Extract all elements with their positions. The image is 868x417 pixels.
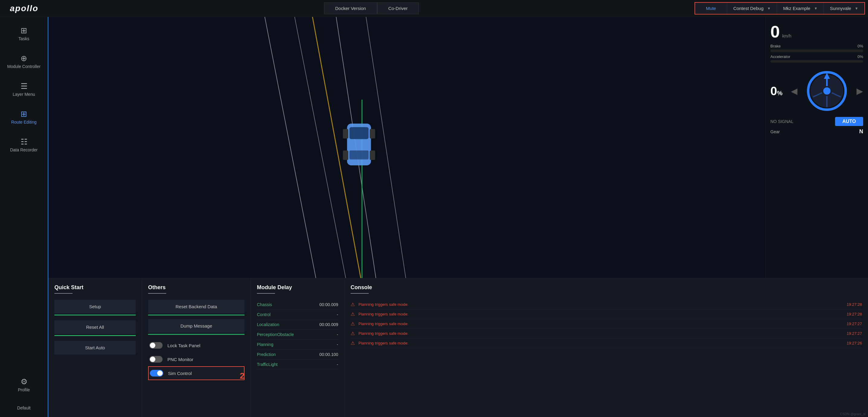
others-panel: Others Reset Backend Data Dump Message L…	[142, 278, 251, 417]
accel-bar	[770, 60, 863, 63]
auto-badge: AUTO	[835, 117, 863, 126]
label-2: 2	[240, 371, 245, 381]
module-delay-list: Chassis00:00.009Control-Localization00:0…	[257, 300, 338, 370]
docker-version-button[interactable]: Docker Version	[324, 2, 377, 14]
contest-debug-dropdown[interactable]: Contest Debug ▼	[727, 3, 777, 14]
no-signal: NO SIGNAL	[770, 119, 793, 124]
module-delay-panel: Module Delay Chassis00:00.009Control-Loc…	[251, 278, 345, 417]
map-area[interactable]: 1	[49, 17, 765, 278]
reset-all-button[interactable]: Reset All	[54, 320, 136, 334]
console-messages-list: ⚠ Planning triggers safe mode: 19:27:28 …	[350, 300, 862, 348]
toggle-knob	[150, 343, 155, 348]
main-layout: ⊞ Tasks ⊕ Module Controller ☰ Layer Menu…	[0, 17, 868, 417]
speed-value: 0	[770, 22, 780, 41]
console-row: ⚠ Planning triggers safe mode: 19:27:27	[350, 319, 862, 329]
sunnyvale-dropdown[interactable]: Sunnyvale ▼	[824, 3, 864, 14]
sim-control-toggle[interactable]	[150, 370, 163, 377]
gear-label: Gear	[770, 129, 780, 134]
top-dropdown-group: Mute Contest Debug ▼ Mkz Example ▼ Sunny…	[694, 2, 865, 14]
profile-icon: ⚙	[21, 378, 28, 386]
logo-text: apollo	[10, 4, 38, 13]
right-panel: 0 km/h Brake 0% Accelerator 0%	[765, 17, 868, 278]
accel-bar-row	[770, 60, 863, 63]
svg-rect-0	[49, 17, 765, 278]
console-row: ⚠ Planning triggers safe mode: 19:27:26	[350, 339, 862, 348]
sidebar-item-layer-menu[interactable]: ☰ Layer Menu	[0, 75, 48, 103]
speed-unit: km/h	[782, 34, 791, 38]
chevron-down-icon: ▼	[814, 6, 817, 10]
setup-bar	[54, 315, 136, 316]
content-area: 1	[49, 17, 868, 417]
mkz-example-dropdown[interactable]: Mkz Example ▼	[777, 3, 824, 14]
module-delay-divider	[257, 293, 275, 294]
sidebar-item-data-recorder[interactable]: ☷ Data Recorder	[0, 131, 48, 159]
sidebar-item-module-controller[interactable]: ⊕ Module Controller	[0, 48, 48, 75]
route-editing-icon: ⊞	[21, 110, 27, 118]
delay-row: PerceptionObstacle-	[257, 330, 338, 340]
console-title: Console	[350, 284, 862, 291]
lock-task-panel-row: Lock Task Panel	[148, 339, 245, 352]
steering-right-icon[interactable]: ▶	[857, 86, 863, 96]
delay-row: Localization00:00.009	[257, 320, 338, 330]
toggle-knob-sim	[157, 371, 163, 376]
svg-rect-10	[343, 129, 348, 139]
map-row: 1	[49, 17, 868, 278]
chevron-down-icon: ▼	[855, 6, 858, 10]
sim-control-row: Sim Control	[148, 366, 245, 380]
others-divider	[148, 293, 166, 294]
delay-row: Prediction00:00.100	[257, 350, 338, 360]
svg-point-21	[823, 87, 831, 95]
setup-button[interactable]: Setup	[54, 300, 136, 313]
console-row: ⚠ Planning triggers safe mode: 19:27:28	[350, 300, 862, 310]
warning-icon: ⚠	[350, 311, 355, 317]
steering-wheel	[806, 70, 848, 112]
co-driver-button[interactable]: Co-Driver	[377, 2, 419, 14]
quick-start-panel: Quick Start Setup Reset All Start Auto	[49, 278, 142, 417]
sidebar-item-profile[interactable]: ⚙ Profile	[0, 371, 48, 399]
quick-start-title: Quick Start	[54, 284, 136, 291]
svg-rect-11	[370, 129, 375, 139]
others-title: Others	[148, 284, 245, 291]
chevron-down-icon: ▼	[767, 6, 771, 10]
brake-bar-row	[770, 50, 863, 52]
quick-start-divider	[54, 293, 72, 294]
dump-message-button[interactable]: Dump Message	[148, 319, 245, 333]
layer-menu-icon: ☰	[21, 82, 28, 90]
pnc-monitor-toggle[interactable]	[149, 356, 163, 363]
gear-value: N	[859, 128, 863, 135]
dump-message-bar	[148, 334, 245, 335]
svg-rect-9	[349, 151, 368, 160]
svg-rect-12	[343, 151, 348, 160]
start-auto-button[interactable]: Start Auto	[54, 341, 136, 354]
console-panel: Console ⚠ Planning triggers safe mode: 1…	[345, 278, 868, 417]
signal-row: NO SIGNAL AUTO	[770, 117, 863, 126]
pnc-monitor-label: PNC Monitor	[167, 357, 193, 362]
accel-gauge: Accelerator 0%	[770, 54, 863, 59]
sim-control-label: Sim Control	[168, 371, 192, 376]
speed-display: 0 km/h	[770, 22, 863, 41]
lock-task-panel-label: Lock Task Panel	[167, 343, 200, 348]
bottom-panels: Quick Start Setup Reset All Start Auto O…	[49, 278, 868, 417]
warning-icon: ⚠	[350, 330, 355, 336]
pnc-monitor-row: PNC Monitor	[148, 352, 245, 366]
reset-backend-button[interactable]: Reset Backend Data	[148, 300, 245, 313]
sidebar: ⊞ Tasks ⊕ Module Controller ☰ Layer Menu…	[0, 17, 49, 417]
sidebar-item-route-editing[interactable]: ⊞ Route Editing	[0, 103, 48, 131]
brake-bar	[770, 50, 863, 52]
svg-rect-8	[349, 127, 368, 139]
svg-rect-13	[370, 151, 375, 160]
console-row: ⚠ Planning triggers safe mode: 19:27:27	[350, 329, 862, 339]
console-divider	[350, 293, 369, 294]
steering-left-icon[interactable]: ◀	[791, 86, 798, 96]
warning-icon: ⚠	[350, 340, 355, 346]
sidebar-item-tasks[interactable]: ⊞ Tasks	[0, 20, 48, 48]
mute-button[interactable]: Mute	[695, 3, 727, 14]
brake-label: Brake	[770, 44, 801, 49]
sidebar-item-default[interactable]: Default	[0, 399, 48, 417]
brake-gauge: Brake 0%	[770, 44, 863, 49]
lock-task-panel-toggle[interactable]	[149, 342, 163, 349]
module-delay-title: Module Delay	[257, 284, 338, 291]
steering-section: 0 % ◀	[770, 70, 863, 112]
tasks-icon: ⊞	[21, 27, 27, 34]
accel-label: Accelerator	[770, 54, 801, 59]
